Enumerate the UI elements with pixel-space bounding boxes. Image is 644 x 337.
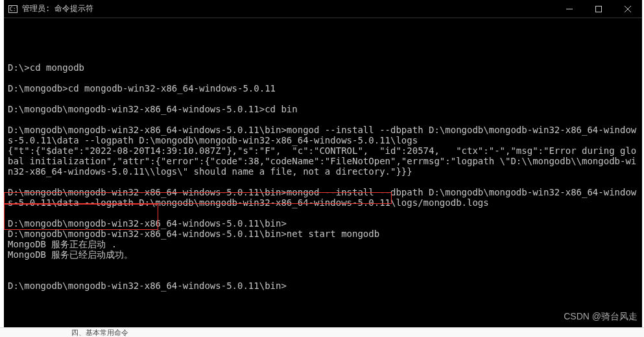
close-button[interactable]: [613, 0, 642, 18]
watermark: CSDN @骑台风走: [564, 311, 638, 323]
terminal-line: D:\mongodb\mongodb-win32-x86_64-windows-…: [8, 125, 638, 145]
terminal-line: [8, 73, 638, 83]
svg-text:C:\: C:\: [10, 6, 18, 12]
window-title: 管理员: 命令提示符: [22, 3, 93, 14]
terminal-line: MongoDB 服务已经启动成功。: [8, 249, 638, 260]
terminal-line: D:\mongodb\mongodb-win32-x86_64-windows-…: [8, 187, 638, 208]
terminal-line: D:\mongodb\mongodb-win32-x86_64-windows-…: [8, 229, 638, 239]
terminal-line: D:\mongodb\mongodb-win32-x86_64-windows-…: [8, 281, 638, 291]
terminal-line: MongoDB 服务正在启动 .: [8, 239, 638, 249]
terminal-line: [8, 52, 638, 62]
terminal-line: D:\mongodb\mongodb-win32-x86_64-windows-…: [8, 104, 638, 114]
cmd-icon: C:\: [8, 5, 18, 14]
terminal-line: [8, 260, 638, 270]
maximize-button[interactable]: [584, 0, 613, 18]
terminal-line: [8, 208, 638, 218]
terminal-line: D:\mongodb\mongodb-win32-x86_64-windows-…: [8, 218, 638, 229]
terminal-line: [8, 94, 638, 104]
titlebar[interactable]: C:\ 管理员: 命令提示符: [4, 0, 642, 18]
terminal-content[interactable]: D:\>cd mongodbD:\mongodb>cd mongodb-win3…: [4, 18, 642, 327]
cmd-window: C:\ 管理员: 命令提示符 D:\>cd mongodbD:\mongodb>…: [4, 0, 642, 327]
terminal-line: [8, 177, 638, 187]
terminal-line: {"t":{"$date":"2022-08-20T14:39:10.087Z"…: [8, 145, 638, 177]
terminal-line: [8, 270, 638, 281]
svg-rect-3: [595, 6, 601, 12]
terminal-line: [8, 114, 638, 125]
window-controls: [555, 0, 642, 18]
page-fragment-below: 四、基本常用命令: [0, 327, 644, 337]
terminal-line: D:\>cd mongodb: [8, 62, 638, 73]
minimize-button[interactable]: [555, 0, 584, 18]
terminal-line: D:\mongodb>cd mongodb-win32-x86_64-windo…: [8, 83, 638, 94]
